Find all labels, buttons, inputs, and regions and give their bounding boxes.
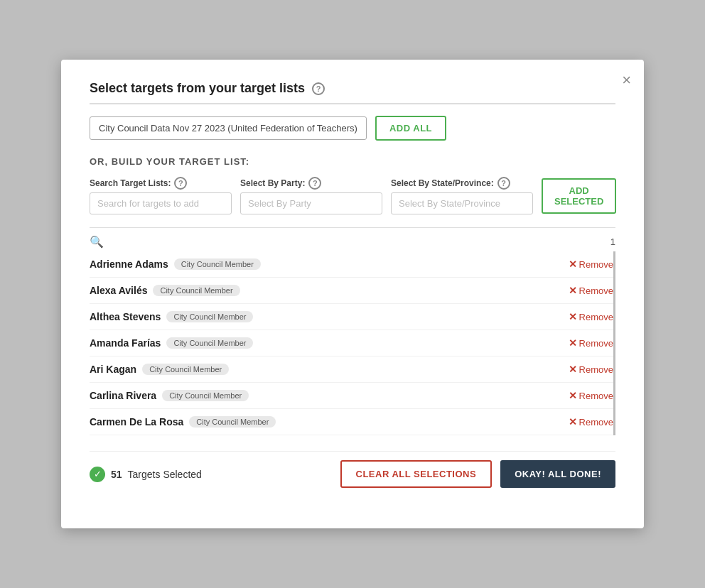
- remove-label: Remove: [579, 417, 613, 428]
- done-button[interactable]: OKAY! ALL DONE!: [500, 460, 615, 488]
- remove-label: Remove: [579, 285, 613, 296]
- remove-label: Remove: [579, 259, 613, 270]
- list-header: 🔍 1: [90, 235, 615, 249]
- item-name: Ari Kagan: [90, 364, 136, 375]
- modal-overlay: × Select targets from your target lists …: [0, 0, 705, 588]
- remove-x-icon: ✕: [569, 311, 577, 322]
- list-item-left: Carlina Rivera City Council Member: [90, 390, 249, 401]
- footer-buttons: CLEAR ALL SELECTIONS OKAY! ALL DONE!: [340, 460, 615, 488]
- remove-x-icon: ✕: [569, 258, 577, 270]
- target-list-row: City Council Data Nov 27 2023 (United Fe…: [90, 116, 615, 141]
- remove-x-icon: ✕: [569, 416, 577, 428]
- targets-selected: ✓ 51 Targets Selected: [90, 467, 202, 482]
- search-label: Search Target Lists: ?: [90, 177, 232, 190]
- search-input[interactable]: [90, 192, 232, 214]
- state-col: Select By State/Province: ?: [391, 177, 533, 214]
- modal-title-text: Select targets from your target lists: [90, 81, 305, 96]
- list-item-left: Carmen De La Rosa City Council Member: [90, 416, 276, 428]
- search-help-icon[interactable]: ?: [174, 177, 187, 190]
- item-name: Carlina Rivera: [90, 390, 156, 401]
- item-role-badge: City Council Member: [142, 364, 229, 375]
- remove-x-icon: ✕: [569, 337, 577, 349]
- build-row: Search Target Lists: ? Select By Party: …: [90, 177, 615, 214]
- party-col: Select By Party: ?: [240, 177, 382, 214]
- targets-count: 51: [111, 469, 122, 480]
- remove-button[interactable]: ✕ Remove: [569, 258, 613, 270]
- list-item-left: Amanda Farías City Council Member: [90, 337, 253, 349]
- remove-button[interactable]: ✕ Remove: [569, 311, 613, 322]
- list-search-icon: 🔍: [90, 235, 104, 249]
- remove-button[interactable]: ✕ Remove: [569, 390, 613, 401]
- table-row: Amanda Farías City Council Member ✕ Remo…: [90, 330, 613, 356]
- item-role-badge: City Council Member: [189, 416, 276, 428]
- search-col: Search Target Lists: ?: [90, 177, 232, 214]
- state-input[interactable]: [391, 192, 533, 214]
- item-role-badge: City Council Member: [166, 337, 253, 349]
- remove-button[interactable]: ✕ Remove: [569, 285, 613, 296]
- remove-x-icon: ✕: [569, 285, 577, 296]
- close-button[interactable]: ×: [622, 72, 631, 88]
- remove-x-icon: ✕: [569, 364, 577, 375]
- target-list-badge: City Council Data Nov 27 2023 (United Fe…: [90, 116, 367, 140]
- remove-label: Remove: [579, 391, 613, 401]
- table-row: Althea Stevens City Council Member ✕ Rem…: [90, 304, 613, 330]
- title-help-icon[interactable]: ?: [312, 82, 325, 95]
- list-items[interactable]: Adrienne Adams City Council Member ✕ Rem…: [90, 251, 615, 435]
- table-row: Carmen De La Rosa City Council Member ✕ …: [90, 409, 613, 435]
- footer: ✓ 51 Targets Selected CLEAR ALL SELECTIO…: [90, 451, 615, 488]
- list-item-left: Adrienne Adams City Council Member: [90, 258, 261, 270]
- list-item-left: Alexa Avilés City Council Member: [90, 285, 240, 296]
- party-label: Select By Party: ?: [240, 177, 382, 190]
- item-name: Carmen De La Rosa: [90, 416, 183, 428]
- list-item-left: Althea Stevens City Council Member: [90, 311, 253, 322]
- remove-x-icon: ✕: [569, 390, 577, 401]
- remove-button[interactable]: ✕ Remove: [569, 364, 613, 375]
- item-name: Amanda Farías: [90, 337, 161, 349]
- list-section: 🔍 1 Adrienne Adams City Council Member ✕…: [90, 227, 615, 435]
- item-name: Adrienne Adams: [90, 258, 168, 270]
- item-role-badge: City Council Member: [162, 390, 249, 401]
- party-input[interactable]: [240, 192, 382, 214]
- remove-button[interactable]: ✕ Remove: [569, 337, 613, 349]
- build-section-label: OR, BUILD YOUR TARGET LIST:: [90, 156, 615, 167]
- item-name: Alexa Avilés: [90, 285, 147, 296]
- targets-selected-text: Targets Selected: [128, 469, 202, 480]
- item-name: Althea Stevens: [90, 311, 161, 322]
- remove-label: Remove: [579, 312, 613, 322]
- add-all-button[interactable]: ADD ALL: [375, 116, 446, 141]
- check-circle-icon: ✓: [90, 467, 105, 482]
- add-selected-button[interactable]: ADD SELECTED: [542, 178, 616, 214]
- party-help-icon[interactable]: ?: [308, 177, 321, 190]
- modal: × Select targets from your target lists …: [61, 60, 644, 528]
- table-row: Carlina Rivera City Council Member ✕ Rem…: [90, 383, 613, 409]
- table-row: Ari Kagan City Council Member ✕ Remove: [90, 356, 613, 383]
- table-row: Adrienne Adams City Council Member ✕ Rem…: [90, 251, 613, 278]
- table-row: Alexa Avilés City Council Member ✕ Remov…: [90, 278, 613, 304]
- remove-label: Remove: [579, 338, 613, 349]
- state-label: Select By State/Province: ?: [391, 177, 533, 190]
- modal-title-row: Select targets from your target lists ?: [90, 81, 615, 104]
- item-role-badge: City Council Member: [174, 258, 261, 270]
- remove-button[interactable]: ✕ Remove: [569, 416, 613, 428]
- page-number: 1: [610, 236, 615, 247]
- list-item-left: Ari Kagan City Council Member: [90, 364, 229, 375]
- item-role-badge: City Council Member: [153, 285, 240, 296]
- item-role-badge: City Council Member: [166, 311, 253, 322]
- state-help-icon[interactable]: ?: [497, 177, 510, 190]
- remove-label: Remove: [579, 364, 613, 375]
- clear-all-button[interactable]: CLEAR ALL SELECTIONS: [340, 460, 493, 488]
